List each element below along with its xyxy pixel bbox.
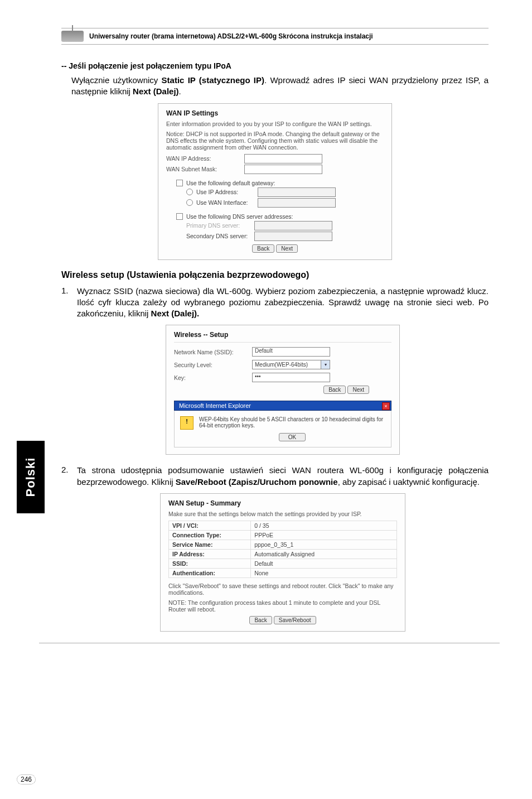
step-2: 2. Ta strona udostępnia podsumowanie ust… (61, 465, 489, 632)
table-row: IP Address:Automatically Assigned (169, 549, 397, 559)
save-reboot-button[interactable]: Save/Reboot (274, 616, 316, 624)
table-row: Connection Type:PPPoE (169, 530, 397, 540)
dialog-name: Microsoft Internet Explorer (179, 402, 251, 409)
ok-button[interactable]: OK (279, 433, 306, 441)
dialog-title: WAN IP Settings (166, 109, 384, 117)
close-icon[interactable]: × (382, 402, 390, 410)
label-key: Key: (174, 374, 252, 381)
input-primary-dns[interactable] (254, 221, 332, 230)
step-marker: 2. (61, 465, 69, 474)
input-ssid[interactable]: Default (252, 347, 330, 357)
label-primary-dns: Primary DNS server: (186, 222, 254, 229)
summary-desc: Make sure that the settings below match … (168, 511, 397, 517)
section-heading-wireless: Wireless setup (Ustawienia połączenia be… (61, 270, 489, 280)
back-button[interactable]: Back (252, 244, 274, 253)
page-header: Uniwersalny router (brama internetowa) A… (61, 31, 489, 45)
label-default-gateway: Use the following default gateway: (186, 180, 275, 186)
screenshot-wan-summary: WAN Setup - Summary Make sure that the s… (160, 493, 405, 632)
next-button[interactable]: Next (276, 244, 298, 253)
dialog-desc-2: Notice: DHCP is not supported in IPoA mo… (166, 131, 384, 151)
step-1: 1. Wyznacz SSID (nazwa sieciowa) dla WL-… (61, 286, 489, 455)
screenshot-wireless-setup: Wireless -- Setup Network Name (SSID): D… (166, 325, 400, 455)
select-security-level[interactable]: Medium(WEP-64bits) ▾ (252, 360, 330, 369)
summary-table: VPI / VCI:0 / 35 Connection Type:PPPoE S… (168, 521, 397, 578)
warning-icon (180, 416, 194, 430)
table-row: VPI / VCI:0 / 35 (169, 521, 397, 530)
label-ssid: Network Name (SSID): (174, 349, 252, 355)
radio-wan-interface[interactable] (186, 199, 193, 206)
input-subnet-mask[interactable] (244, 165, 322, 174)
label-security-level: Security Level: (174, 362, 252, 368)
table-row: SSID:Default (169, 559, 397, 568)
step-1-text: Wyznacz SSID (nazwa sieciowa) dla WL-600… (77, 286, 489, 320)
checkbox-dns[interactable] (176, 213, 183, 220)
input-wan-ip[interactable] (244, 154, 322, 163)
table-row: Authentication:None (169, 568, 397, 577)
chevron-down-icon: ▾ (321, 360, 330, 369)
footer-rule (39, 643, 500, 643)
section-heading-ipoa: -- Jeśli połączenie jest połączeniem typ… (61, 61, 489, 70)
step-2-text: Ta strona udostępnia podsumowanie ustawi… (77, 465, 489, 488)
router-icon (61, 31, 84, 42)
input-key[interactable]: ••• (252, 373, 330, 382)
select-wan-interface[interactable] (258, 198, 336, 208)
input-use-ip[interactable] (258, 187, 336, 197)
step-marker: 1. (61, 286, 69, 295)
label-secondary-dns: Secondary DNS server: (186, 233, 254, 239)
label-wan-interface: Use WAN Interface: (196, 199, 258, 206)
dialog-titlebar: Microsoft Internet Explorer × (174, 401, 391, 411)
summary-note-2: NOTE: The configuration process takes ab… (168, 599, 397, 613)
radio-use-ip[interactable] (186, 189, 193, 195)
ipoa-paragraph: Wyłącznie użytkownicy Static IP (statycz… (61, 75, 489, 98)
input-secondary-dns[interactable] (254, 232, 332, 241)
checkbox-default-gateway[interactable] (176, 180, 183, 186)
label-wan-ip: WAN IP Address: (166, 155, 244, 162)
label-use-dns: Use the following DNS server addresses: (186, 213, 293, 220)
top-rule (61, 28, 489, 28)
dialog-desc-1: Enter information provided to you by you… (166, 121, 384, 127)
dialog-message: WEP-64bits Key should be 5 ASCII charact… (199, 416, 385, 429)
document-title: Uniwersalny router (brama internetowa) A… (89, 32, 373, 40)
back-button[interactable]: Back (249, 616, 272, 624)
screenshot-wan-ip-settings: WAN IP Settings Enter information provid… (158, 103, 392, 260)
dialog-title: WAN Setup - Summary (168, 499, 397, 507)
summary-note-1: Click "Save/Reboot" to save these settin… (168, 583, 397, 596)
next-button[interactable]: Next (347, 386, 369, 394)
label-subnet-mask: WAN Subnet Mask: (166, 166, 244, 172)
label-use-ip: Use IP Address: (196, 189, 258, 195)
dialog-title: Wireless -- Setup (174, 331, 391, 339)
page-number: 246 (17, 776, 36, 783)
back-button[interactable]: Back (323, 386, 346, 394)
dialog-body: WEP-64bits Key should be 5 ASCII charact… (174, 411, 391, 447)
table-row: Service Name:pppoe_0_35_1 (169, 540, 397, 549)
